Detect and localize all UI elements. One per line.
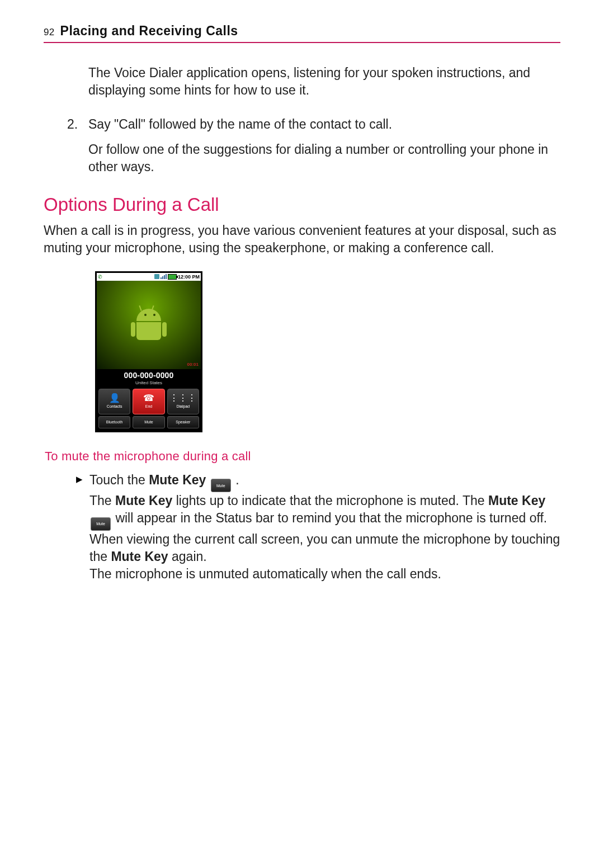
signal-bars-icon	[161, 274, 167, 279]
intro-paragraph: The Voice Dialer application opens, list…	[88, 64, 560, 99]
dialpad-button[interactable]: ⋮⋮⋮ Dialpad	[167, 389, 199, 414]
contacts-icon: 👤	[109, 394, 120, 403]
call-number-row: 000-000-0000 United States	[97, 369, 201, 387]
contact-avatar-area: 00:01	[97, 281, 201, 369]
phone-screenshot: ✆ 12:00 PM 00:01 000-000-0000 United Sta…	[95, 271, 202, 432]
speaker-button[interactable]: Speaker	[167, 416, 199, 428]
phone-statusbar: ✆ 12:00 PM	[97, 273, 201, 281]
step-2-followup: Or follow one of the suggestions for dia…	[88, 141, 560, 176]
mute-instructions-text: Touch the Mute Key Mute . The Mute Key l…	[89, 471, 560, 583]
dialpad-label: Dialpad	[176, 404, 190, 409]
line2-c: will appear in the Status bar to remind …	[112, 511, 547, 525]
end-call-label: End	[145, 404, 152, 409]
mute-label: Mute	[144, 419, 153, 424]
signal-3g-icon	[154, 274, 159, 279]
page-title: Placing and Receiving Calls	[60, 22, 238, 40]
triangle-bullet-icon: ▶	[76, 471, 89, 583]
mute-key-bold-3: Mute Key	[488, 493, 545, 508]
battery-icon	[168, 274, 177, 280]
line4: The microphone is unmuted automatically …	[89, 567, 441, 581]
call-location: United States	[97, 380, 201, 386]
mute-instructions: ▶ Touch the Mute Key Mute . The Mute Key…	[76, 471, 560, 583]
line3-b: again.	[168, 549, 207, 564]
line1-b: .	[232, 473, 239, 487]
mute-button[interactable]: Mute	[133, 416, 164, 428]
line1-a: Touch the	[89, 473, 149, 487]
line2-b: lights up to indicate that the microphon…	[172, 493, 488, 508]
sub-heading-mute: To mute the microphone during a call	[45, 448, 560, 465]
phone-icon: ✆	[98, 273, 102, 280]
bluetooth-label: Bluetooth	[106, 419, 123, 424]
section-heading-options: Options During a Call	[44, 192, 560, 218]
page-header: 92 Placing and Receiving Calls	[44, 22, 560, 43]
call-number: 000-000-0000	[97, 370, 201, 381]
line2-a: The	[89, 493, 115, 508]
step-2: 2. Say "Call" followed by the name of th…	[67, 116, 560, 133]
mute-key-chip-1: Mute	[211, 479, 231, 492]
mute-key-chip-2: Mute	[91, 517, 111, 531]
mute-key-bold-4: Mute Key	[111, 549, 168, 564]
dialpad-icon: ⋮⋮⋮	[169, 394, 196, 403]
step-2-text: Say "Call" followed by the name of the c…	[88, 116, 392, 133]
end-call-button[interactable]: ☎ End	[133, 389, 164, 414]
android-icon	[134, 309, 164, 342]
end-call-icon: ☎	[143, 394, 154, 403]
mute-key-bold-1: Mute Key	[149, 473, 206, 487]
phone-time: 12:00 PM	[178, 273, 200, 280]
call-timer: 00:01	[187, 362, 199, 368]
mute-key-bold-2: Mute Key	[115, 493, 172, 508]
section-paragraph: When a call is in progress, you have var…	[44, 222, 560, 257]
step-2-number: 2.	[67, 116, 88, 133]
page-number: 92	[44, 26, 55, 39]
contacts-label: Contacts	[107, 404, 122, 409]
bluetooth-button[interactable]: Bluetooth	[98, 416, 130, 428]
speaker-label: Speaker	[176, 419, 190, 424]
contacts-button[interactable]: 👤 Contacts	[98, 389, 130, 414]
